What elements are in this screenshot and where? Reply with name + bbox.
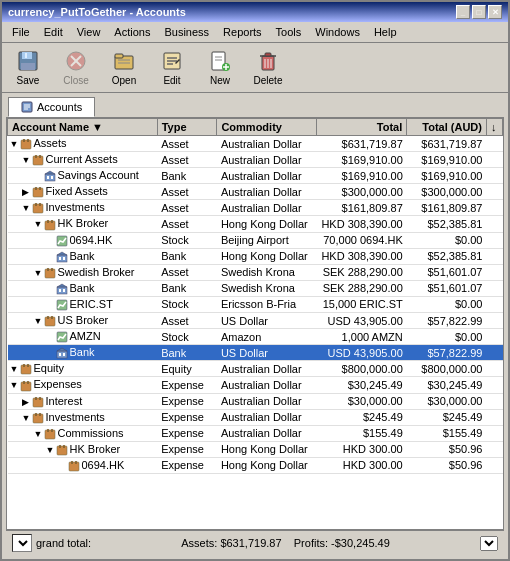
account-name-text: Investments [46,201,105,213]
svg-rect-46 [35,203,37,206]
expand-arrow[interactable]: ▼ [22,203,32,213]
footer-sort-select[interactable]: ↕ [480,536,498,551]
cell-total: $800,000.00 [317,361,407,377]
cell-total: $300,000.00 [317,184,407,200]
col-header-name[interactable]: Account Name ▼ [8,119,158,136]
expand-arrow[interactable]: ▼ [46,445,56,455]
account-name-text: Bank [70,250,95,262]
expand-arrow[interactable]: ▼ [34,429,44,439]
expand-arrow[interactable]: ▼ [22,413,32,423]
expand-arrow[interactable]: ▼ [34,268,44,278]
cell-sort [486,216,502,232]
menu-windows[interactable]: Windows [309,24,366,40]
minimize-button[interactable]: _ [456,5,470,19]
account-icon [68,459,80,471]
profits-label: Profits: [294,537,328,549]
cell-name: ▼Swedish Broker [8,264,158,280]
menu-view[interactable]: View [71,24,107,40]
table-row[interactable]: ▼Current AssetsAssetAustralian Dollar$16… [8,152,503,168]
expand-arrow[interactable]: ▼ [34,316,44,326]
expand-arrow[interactable]: ▶ [22,187,32,197]
table-row[interactable]: ▼CommissionsExpenseAustralian Dollar$155… [8,425,503,441]
menu-edit[interactable]: Edit [38,24,69,40]
open-button[interactable]: Open [104,47,144,88]
expand-arrow[interactable]: ▶ [22,397,32,407]
cell-name: ▶Interest [8,393,158,409]
currency-select[interactable]: $, [12,534,32,552]
maximize-button[interactable]: □ [472,5,486,19]
menu-tools[interactable]: Tools [270,24,308,40]
svg-rect-44 [39,187,41,190]
svg-rect-78 [33,398,43,407]
menu-file[interactable]: File [6,24,36,40]
col-header-sort[interactable]: ↓ [486,119,502,136]
table-row[interactable]: ▼Swedish BrokerAssetSwedish KronaSEK 288… [8,264,503,280]
menu-help[interactable]: Help [368,24,403,40]
menu-business[interactable]: Business [158,24,215,40]
new-button[interactable]: New [200,47,240,88]
cell-total-aud: $0.00 [407,296,487,312]
table-row[interactable]: ERIC.STStockEricsson B-Fria15,000 ERIC.S… [8,296,503,312]
cell-type: Expense [157,409,217,425]
close-button[interactable]: Close [56,47,96,88]
table-row[interactable]: ▼ExpensesExpenseAustralian Dollar$30,245… [8,377,503,393]
table-row[interactable]: 0694.HKExpenseHong Kong DollarHKD 300.00… [8,457,503,473]
table-row[interactable]: ▼HK BrokerExpenseHong Kong DollarHKD 300… [8,441,503,457]
table-row[interactable]: ▼InvestmentsAssetAustralian Dollar$161,8… [8,200,503,216]
cell-total: $169,910.00 [317,152,407,168]
table-row[interactable]: ▼EquityEquityAustralian Dollar$800,000.0… [8,361,503,377]
save-button[interactable]: Save [8,47,48,88]
svg-rect-57 [47,268,49,271]
edit-button[interactable]: Edit [152,47,192,88]
table-row[interactable]: ▼HK BrokerAssetHong Kong DollarHKD 308,3… [8,216,503,232]
account-icon [44,427,56,439]
cell-total: USD 43,905.00 [317,345,407,361]
cell-commodity: Australian Dollar [217,184,317,200]
delete-button[interactable]: Delete [248,47,288,88]
cell-sort [486,457,502,473]
svg-rect-66 [51,316,53,319]
account-icon [44,266,56,278]
cell-name: ▶Fixed Assets [8,184,158,200]
table-row[interactable]: BankBankUS DollarUSD 43,905.00$57,822.99 [8,345,503,361]
table-row[interactable]: Savings AccountBankAustralian Dollar$169… [8,168,503,184]
account-name-text: US Broker [58,314,109,326]
cell-total-aud: $50.96 [407,441,487,457]
table-row[interactable]: AMZNStockAmazon1,000 AMZN$0.00 [8,329,503,345]
expand-arrow[interactable]: ▼ [34,219,44,229]
table-row[interactable]: ▶InterestExpenseAustralian Dollar$30,000… [8,393,503,409]
delete-icon [256,49,280,73]
table-row[interactable]: BankBankHong Kong DollarHKD 308,390.00$5… [8,248,503,264]
account-name-text: Interest [46,395,83,407]
expand-arrow[interactable]: ▼ [10,139,20,149]
table-row[interactable]: BankBankSwedish KronaSEK 288,290.00$51,6… [8,280,503,296]
table-row[interactable]: 0694.HKStockBeijing Airport70,000 0694.H… [8,232,503,248]
table-row[interactable]: ▼AssetsAssetAustralian Dollar$631,719.87… [8,136,503,152]
svg-rect-80 [39,397,41,400]
accounts-table[interactable]: Account Name ▼ Type Commodity Total Tota… [7,118,503,529]
svg-rect-48 [45,221,55,230]
table-body: ▼AssetsAssetAustralian Dollar$631,719.87… [8,136,503,474]
menu-reports[interactable]: Reports [217,24,268,40]
table-row[interactable]: ▼InvestmentsExpenseAustralian Dollar$245… [8,409,503,425]
account-icon [20,137,32,149]
cell-sort [486,296,502,312]
new-label: New [210,75,230,86]
svg-rect-73 [23,364,25,367]
cell-total-aud: $52,385.81 [407,216,487,232]
table-row[interactable]: ▼US BrokerAssetUS DollarUSD 43,905.00$57… [8,313,503,329]
account-name-text: Bank [70,282,95,294]
cell-name: 0694.HK [8,232,158,248]
footer-bar: $, grand total: Assets: $631,719.87 Prof… [6,530,504,555]
cell-total: $30,000.00 [317,393,407,409]
svg-rect-83 [39,413,41,416]
expand-arrow[interactable]: ▼ [10,380,20,390]
cell-total: SEK 288,290.00 [317,264,407,280]
close-button[interactable]: ✕ [488,5,502,19]
tab-accounts[interactable]: Accounts [8,97,95,117]
account-name-text: 0694.HK [70,234,113,246]
table-row[interactable]: ▶Fixed AssetsAssetAustralian Dollar$300,… [8,184,503,200]
expand-arrow[interactable]: ▼ [22,155,32,165]
expand-arrow[interactable]: ▼ [10,364,20,374]
menu-actions[interactable]: Actions [108,24,156,40]
